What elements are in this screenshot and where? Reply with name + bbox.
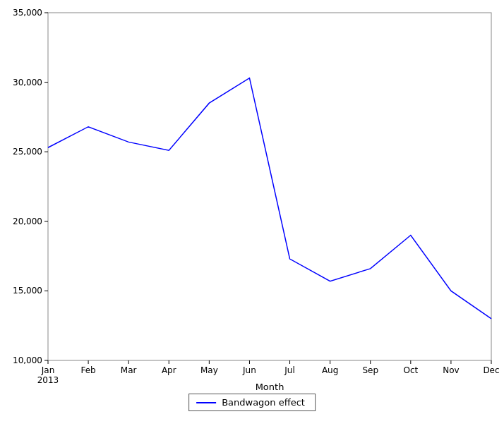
svg-text:Feb: Feb [80,365,95,375]
legend-line-icon [196,402,216,403]
svg-text:May: May [200,365,218,375]
svg-text:20,000: 20,000 [13,217,42,226]
svg-text:25,000: 25,000 [13,147,42,157]
svg-text:Month: Month [256,382,284,392]
chart-svg: 10,00015,00020,00025,00030,00035,000Jan2… [0,0,504,438]
svg-text:35,000: 35,000 [13,8,42,18]
svg-text:Jun: Jun [242,365,256,375]
svg-text:Apr: Apr [162,365,176,375]
svg-text:Oct: Oct [403,365,418,375]
svg-text:Dec: Dec [483,365,499,375]
svg-text:15,000: 15,000 [13,286,42,296]
svg-text:Nov: Nov [443,365,459,375]
legend-box: Bandwagon effect [188,394,316,411]
svg-rect-0 [48,13,491,360]
svg-text:10,000: 10,000 [13,355,42,365]
chart-container: 10,00015,00020,00025,00030,00035,000Jan2… [0,0,504,438]
svg-text:Sep: Sep [362,365,378,375]
svg-text:Mar: Mar [121,365,137,375]
svg-text:Aug: Aug [322,365,338,375]
svg-text:30,000: 30,000 [13,78,42,87]
svg-text:2013: 2013 [37,375,59,385]
legend-label: Bandwagon effect [222,397,305,408]
svg-text:Jul: Jul [284,365,294,375]
svg-text:Jan: Jan [41,365,55,375]
